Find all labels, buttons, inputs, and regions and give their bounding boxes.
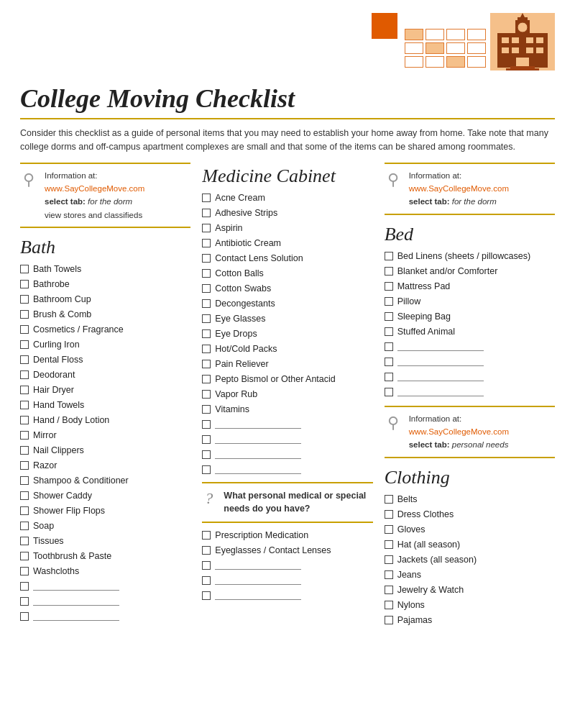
checkbox[interactable] bbox=[20, 416, 29, 424]
checkbox[interactable] bbox=[20, 446, 29, 455]
checkbox[interactable] bbox=[202, 450, 211, 459]
checkbox[interactable] bbox=[20, 522, 29, 530]
checkbox[interactable] bbox=[202, 345, 211, 353]
checkbox[interactable] bbox=[202, 269, 211, 278]
checkbox[interactable] bbox=[385, 373, 393, 381]
svg-rect-3 bbox=[512, 37, 519, 43]
checkbox[interactable] bbox=[202, 390, 211, 399]
question-icon: ? bbox=[205, 489, 218, 508]
checkbox[interactable] bbox=[20, 355, 29, 364]
list-item: Toothbrush & Paste bbox=[20, 550, 190, 563]
checkbox[interactable] bbox=[20, 370, 29, 379]
checkbox[interactable] bbox=[20, 537, 29, 545]
checkbox[interactable] bbox=[20, 310, 29, 319]
checkbox[interactable] bbox=[202, 435, 211, 444]
checkbox[interactable] bbox=[20, 567, 29, 575]
checkbox[interactable] bbox=[385, 616, 393, 624]
checkbox[interactable] bbox=[385, 312, 393, 321]
checkbox[interactable] bbox=[385, 327, 393, 336]
checkbox[interactable] bbox=[385, 525, 393, 534]
bed-list: Bed Linens (sheets / pillowcases) Blanke… bbox=[385, 250, 555, 399]
list-item-blank bbox=[202, 589, 372, 602]
list-item: Hot/Cold Packs bbox=[202, 342, 372, 355]
list-item: Hat (all season) bbox=[385, 538, 555, 551]
checkbox[interactable] bbox=[202, 546, 211, 555]
svg-rect-2 bbox=[502, 37, 509, 43]
checkbox[interactable] bbox=[385, 282, 393, 291]
checkbox[interactable] bbox=[202, 254, 211, 263]
svg-point-13 bbox=[518, 22, 528, 32]
list-item-blank bbox=[385, 355, 555, 368]
info-link-2[interactable]: www.SayCollegeMove.com bbox=[409, 184, 509, 193]
checkbox[interactable] bbox=[202, 299, 211, 308]
checkbox[interactable] bbox=[20, 280, 29, 288]
checkbox[interactable] bbox=[385, 586, 393, 594]
list-item-blank bbox=[202, 433, 372, 446]
info-link-1[interactable]: www.SayCollegeMove.com bbox=[45, 184, 144, 193]
checkbox[interactable] bbox=[385, 342, 393, 351]
svg-rect-4 bbox=[526, 37, 533, 43]
checkbox[interactable] bbox=[20, 582, 29, 591]
checkbox[interactable] bbox=[202, 360, 211, 368]
checkbox[interactable] bbox=[385, 555, 393, 564]
checkbox[interactable] bbox=[202, 561, 211, 570]
checkbox[interactable] bbox=[385, 358, 393, 366]
checkbox[interactable] bbox=[385, 510, 393, 519]
checkbox[interactable] bbox=[202, 314, 211, 323]
checkbox[interactable] bbox=[20, 612, 29, 621]
checkbox[interactable] bbox=[20, 552, 29, 560]
checkbox[interactable] bbox=[20, 295, 29, 304]
checkbox[interactable] bbox=[202, 375, 211, 383]
info-box-3: ⚲ Information at: www.SayCollegeMove.com… bbox=[385, 406, 555, 458]
checkbox[interactable] bbox=[20, 476, 29, 485]
list-item-blank bbox=[202, 574, 372, 587]
list-item: Nylons bbox=[385, 599, 555, 611]
checkbox[interactable] bbox=[202, 329, 211, 338]
checkbox[interactable] bbox=[20, 461, 29, 470]
checkbox[interactable] bbox=[385, 297, 393, 306]
checkbox[interactable] bbox=[202, 420, 211, 429]
list-item: Brush & Comb bbox=[20, 308, 190, 321]
checkbox[interactable] bbox=[20, 386, 29, 394]
checkbox[interactable] bbox=[20, 265, 29, 273]
checkbox[interactable] bbox=[20, 401, 29, 409]
phone-icon-2: ⚲ bbox=[387, 170, 403, 189]
col-bath: ⚲ Information at: www.SayCollegeMove.com… bbox=[20, 163, 196, 628]
list-item: Sleeping Bag bbox=[385, 310, 555, 323]
checkbox[interactable] bbox=[20, 491, 29, 500]
checkbox[interactable] bbox=[202, 284, 211, 293]
checkbox[interactable] bbox=[20, 325, 29, 334]
checkbox[interactable] bbox=[202, 224, 211, 232]
checkbox[interactable] bbox=[385, 252, 393, 260]
checkbox[interactable] bbox=[20, 340, 29, 349]
list-item: Gloves bbox=[385, 523, 555, 536]
checkbox[interactable] bbox=[20, 506, 29, 515]
checkbox[interactable] bbox=[385, 388, 393, 396]
list-item: Blanket and/or Comforter bbox=[385, 265, 555, 278]
checkbox[interactable] bbox=[202, 239, 211, 247]
checkbox[interactable] bbox=[385, 601, 393, 609]
checkbox[interactable] bbox=[202, 209, 211, 217]
medicine-list: Acne Cream Adhesive Strips Aspirin Antib… bbox=[202, 191, 372, 476]
checkbox[interactable] bbox=[20, 431, 29, 440]
checkbox[interactable] bbox=[20, 597, 29, 606]
checkbox[interactable] bbox=[385, 495, 393, 504]
checkbox[interactable] bbox=[385, 267, 393, 276]
checkbox[interactable] bbox=[202, 194, 211, 202]
info-link-3[interactable]: www.SayCollegeMove.com bbox=[409, 427, 509, 436]
list-item: Vapor Rub bbox=[202, 388, 372, 401]
list-item: Eye Drops bbox=[202, 327, 372, 340]
checkbox[interactable] bbox=[385, 540, 393, 549]
checkbox[interactable] bbox=[202, 465, 211, 474]
checkbox[interactable] bbox=[202, 531, 211, 540]
list-item: Cotton Swabs bbox=[202, 282, 372, 295]
checkbox[interactable] bbox=[202, 405, 211, 414]
checkbox[interactable] bbox=[385, 570, 393, 579]
list-item: Eyeglasses / Contact Lenses bbox=[202, 544, 372, 557]
list-item: Acne Cream bbox=[202, 191, 372, 204]
checkbox[interactable] bbox=[202, 591, 211, 600]
checkbox[interactable] bbox=[202, 576, 211, 585]
list-item: Aspirin bbox=[202, 222, 372, 235]
clothing-list: Belts Dress Clothes Gloves Hat (all seas… bbox=[385, 493, 555, 627]
header: College Moving Checklist bbox=[20, 13, 555, 114]
